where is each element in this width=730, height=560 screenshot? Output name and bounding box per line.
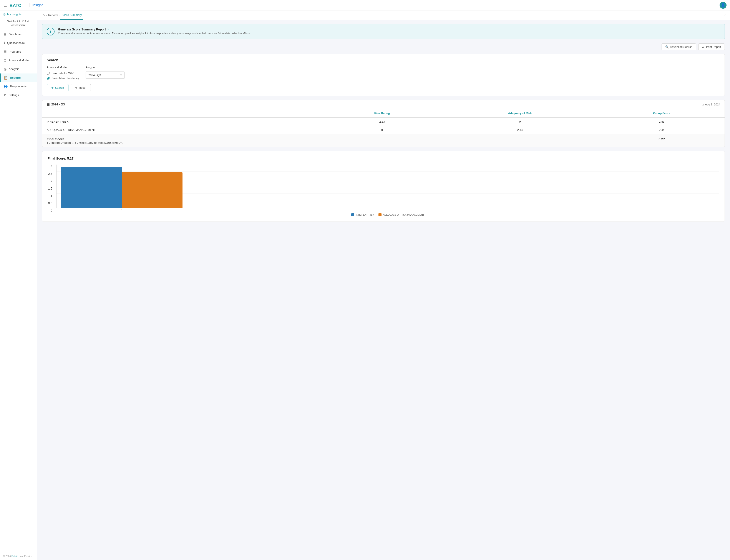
- my-insights-label: My Insights: [7, 13, 22, 16]
- y-label-0-5: 0.5: [48, 202, 52, 205]
- formula-part1: 1 x (INHERENT RISK): [47, 142, 71, 144]
- legend-item-adequacy: ADEQUACY OF RISK MANAGEMENT: [378, 213, 424, 216]
- table-header: Risk Rating Adequacy of Risk Group Score: [42, 109, 725, 118]
- program-select[interactable]: 2024 - Q3 2024 - Q2 2024 - Q1: [86, 72, 125, 79]
- inherent-adequacy: 0: [441, 118, 599, 126]
- col-header-adequacy: Adequacy of Risk: [441, 109, 599, 118]
- sidebar-item-analytical-model[interactable]: ⬡ Analytical Model: [0, 56, 37, 65]
- x-zero-label: 0: [121, 209, 122, 212]
- reports-icon: 📋: [4, 76, 8, 80]
- sidebar-item-settings[interactable]: ⚙ Settings: [0, 91, 37, 100]
- sidebar-item-questionnaire[interactable]: ℹ Questionnaire: [0, 39, 37, 47]
- respondents-icon: 👥: [4, 85, 8, 88]
- footer-brand-link[interactable]: Batoi: [12, 555, 17, 557]
- search-button-label: Search: [55, 86, 64, 89]
- radio-basic-mean[interactable]: Basic Mean Tendency: [47, 77, 79, 80]
- search-button[interactable]: ⊕ Search: [47, 84, 68, 91]
- inherent-group-score: 2.83: [599, 118, 725, 126]
- sidebar-item-label: Respondents: [10, 85, 27, 88]
- breadcrumb-score-summary[interactable]: Score Summary: [60, 10, 83, 20]
- inherent-risk-label: INHERENT RISK: [42, 118, 323, 126]
- dashboard-icon: ⊞: [4, 32, 7, 36]
- results-card: ▦ 2024 - Q3 □ Aug 1, 2024 Risk Ratin: [42, 100, 725, 147]
- sidebar-item-analysis[interactable]: ◎ Analysis: [0, 65, 37, 73]
- breadcrumb-score-summary-label: Score Summary: [62, 13, 82, 17]
- search-title: Search: [47, 58, 720, 62]
- formula-part2: 1 x (ADEQUACY OF RISK MANAGEMENT): [75, 142, 123, 144]
- footer-copy: © 2024: [3, 555, 11, 557]
- radio-group: Error rate for WIP Basic Mean Tendency: [47, 72, 79, 80]
- sidebar-item-programs[interactable]: ☰ Programs: [0, 47, 37, 56]
- y-label-2-5: 2.5: [48, 172, 52, 175]
- sidebar-item-reports[interactable]: 📋 Reports: [0, 73, 37, 82]
- programs-icon: ☰: [4, 50, 7, 54]
- inherent-risk-rating: 2.83: [323, 118, 441, 126]
- adequacy-mgmt-label: ADEQUACY OF RISK MANAGEMENT: [42, 126, 323, 134]
- results-header: ▦ 2024 - Q3 □ Aug 1, 2024: [42, 100, 725, 109]
- results-date: □ Aug 1, 2024: [702, 103, 720, 106]
- print-report-button[interactable]: 🖨 Print Report: [698, 43, 725, 50]
- reset-button-icon: ↺: [75, 86, 78, 89]
- breadcrumb-home[interactable]: ⌂: [41, 13, 46, 17]
- user-avatar[interactable]: 👤: [720, 2, 727, 9]
- legend-label-inherent: INHERENT RISK: [356, 213, 374, 216]
- app-container: ☰ BATOI Insight 👤 ◎ My Insights Test Ban…: [0, 0, 730, 560]
- adequacy-mgmt-group-score: 2.44: [599, 126, 725, 134]
- bar-adequacy-risk: [122, 172, 183, 208]
- results-table: Risk Rating Adequacy of Risk Group Score…: [42, 109, 725, 147]
- final-score-formula: 1 x (INHERENT RISK) + 1 x (ADEQUACY OF R…: [47, 141, 594, 144]
- sidebar-item-dashboard[interactable]: ⊞ Dashboard: [0, 30, 37, 39]
- hamburger-icon[interactable]: ☰: [3, 3, 7, 8]
- info-banner-content: Generate Score Summary Report ↗ Compile …: [58, 28, 251, 35]
- legend-label-adequacy: ADEQUACY OF RISK MANAGEMENT: [383, 213, 424, 216]
- content-inner: i Generate Score Summary Report ↗ Compil…: [37, 20, 730, 560]
- radio-error-rate[interactable]: Error rate for WIP: [47, 72, 79, 75]
- info-icon: i: [47, 28, 55, 35]
- print-icon: 🖨: [702, 45, 705, 48]
- sidebar-item-label: Programs: [9, 50, 21, 53]
- breadcrumb-collapse-icon[interactable]: ‹: [725, 13, 726, 17]
- breadcrumb-reports-label: Reports: [48, 13, 58, 17]
- y-label-3: 3: [51, 165, 52, 168]
- sidebar-item-label: Analysis: [9, 67, 19, 71]
- legend-item-inherent: INHERENT RISK: [351, 213, 374, 216]
- settings-icon: ⚙: [4, 93, 7, 97]
- sidebar-item-respondents[interactable]: 👥 Respondents: [0, 82, 37, 91]
- col-header-group-score: Group Score: [599, 109, 725, 118]
- table-header-row: Risk Rating Adequacy of Risk Group Score: [42, 109, 725, 118]
- sidebar: ◎ My Insights Test Bank LLC Risk Assessm…: [0, 10, 37, 560]
- results-period: ▦ 2024 - Q3: [47, 103, 65, 106]
- reset-button[interactable]: ↺ Reset: [71, 84, 91, 91]
- final-score-row: Final Score 1 x (INHERENT RISK) + 1 x (A…: [42, 134, 725, 147]
- sidebar-my-insights[interactable]: ◎ My Insights: [0, 10, 37, 18]
- advanced-search-button[interactable]: 🔍 Advanced Search: [662, 43, 696, 50]
- table-body: INHERENT RISK 2.83 0 2.83 ADEQUACY OF RI…: [42, 118, 725, 147]
- breadcrumb-reports[interactable]: Reports: [47, 13, 60, 17]
- formula-plus: +: [72, 142, 73, 144]
- external-link-icon: ↗: [107, 28, 109, 31]
- y-label-1-5: 1.5: [48, 187, 52, 190]
- search-card: Search Analytical Model Error rate for W…: [42, 54, 725, 96]
- chart-legend: INHERENT RISK ADEQUACY OF RISK MANAGEMEN…: [56, 213, 719, 216]
- y-label-1: 1: [51, 194, 52, 198]
- table-icon: ▦: [47, 103, 50, 106]
- chart-body: 0 INHERENT RISK ADEQUACY OF RISK MANAGEM…: [56, 165, 719, 216]
- info-banner: i Generate Score Summary Report ↗ Compil…: [42, 24, 725, 39]
- final-score-value-cell: 5.27: [599, 134, 725, 147]
- questionnaire-icon: ℹ: [4, 41, 5, 45]
- sidebar-item-label: Dashboard: [9, 33, 23, 36]
- radio-error-rate-input[interactable]: [47, 72, 50, 75]
- final-score-cell: Final Score 1 x (INHERENT RISK) + 1 x (A…: [42, 134, 599, 147]
- radio-basic-mean-input[interactable]: [47, 77, 50, 80]
- col-header-empty: [42, 109, 323, 118]
- adequacy-mgmt-rating: 0: [323, 126, 441, 134]
- calendar-icon: □: [702, 103, 704, 106]
- program-label: Program: [86, 66, 125, 69]
- table-row: INHERENT RISK 2.83 0 2.83: [42, 118, 725, 126]
- final-score-value: 5.27: [658, 137, 665, 141]
- analytical-model-icon: ⬡: [4, 58, 7, 62]
- advanced-search-label: Advanced Search: [670, 45, 692, 48]
- final-score-label: Final Score: [47, 137, 594, 141]
- radio-error-rate-label: Error rate for WIP: [52, 72, 74, 75]
- results-period-label: 2024 - Q3: [51, 103, 65, 106]
